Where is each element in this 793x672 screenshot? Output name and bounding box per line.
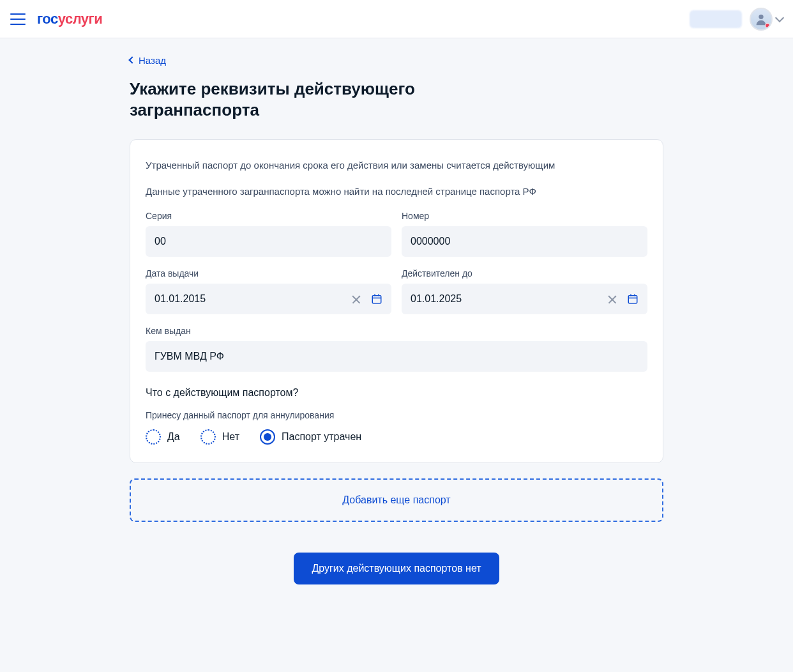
notification-dot — [765, 23, 770, 28]
passport-form-card: Утраченный паспорт до окончания срока ег… — [130, 139, 663, 463]
radio-icon — [260, 429, 275, 445]
svg-rect-5 — [628, 295, 637, 303]
radio-icon — [146, 429, 161, 445]
series-label: Серия — [146, 211, 391, 221]
info-text-2: Данные утраченного загранпаспорта можно … — [146, 184, 647, 199]
svg-rect-1 — [372, 295, 381, 303]
radio-group: Да Нет Паспорт утрачен — [146, 429, 647, 445]
logo-part-1: гос — [37, 11, 58, 27]
logo[interactable]: госуслуги — [37, 11, 102, 27]
issued-by-label: Кем выдан — [146, 326, 647, 336]
radio-icon — [200, 429, 216, 445]
series-input[interactable] — [146, 226, 391, 257]
clear-valid-until-icon[interactable] — [605, 292, 619, 306]
add-passport-button[interactable]: Добавить еще паспорт — [130, 478, 663, 522]
svg-point-0 — [759, 14, 763, 19]
issue-date-label: Дата выдачи — [146, 268, 391, 279]
number-label: Номер — [402, 211, 647, 221]
info-text-1: Утраченный паспорт до окончания срока ег… — [146, 158, 647, 172]
chevron-left-icon — [128, 56, 135, 63]
app-header: госуслуги — [0, 0, 793, 38]
submit-button[interactable]: Других действующих паспортов нет — [294, 553, 499, 584]
logo-part-2: услуги — [58, 11, 103, 27]
avatar — [750, 8, 773, 31]
radio-yes[interactable]: Да — [146, 429, 180, 445]
menu-icon[interactable] — [10, 13, 26, 25]
valid-until-label: Действителен до — [402, 268, 647, 279]
user-menu[interactable] — [750, 8, 783, 31]
back-label: Назад — [139, 55, 166, 66]
radio-lost-label: Паспорт утрачен — [282, 431, 361, 443]
clear-issue-date-icon[interactable] — [349, 292, 363, 306]
chevron-down-icon — [775, 13, 784, 22]
radio-no-label: Нет — [222, 431, 239, 443]
radio-group-label: Принесу данный паспорт для аннулирования — [146, 410, 647, 420]
page-title: Укажите реквизиты действующего загранпас… — [130, 79, 462, 122]
header-blur-placeholder — [690, 10, 742, 28]
number-input[interactable] — [402, 226, 647, 257]
radio-lost[interactable]: Паспорт утрачен — [260, 429, 361, 445]
back-button[interactable]: Назад — [130, 55, 166, 66]
radio-yes-label: Да — [167, 431, 180, 443]
radio-no[interactable]: Нет — [200, 429, 239, 445]
passport-status-question: Что с действующим паспортом? — [146, 387, 647, 399]
calendar-icon[interactable] — [624, 291, 641, 307]
calendar-icon[interactable] — [368, 291, 385, 307]
issued-by-input[interactable] — [146, 341, 647, 372]
